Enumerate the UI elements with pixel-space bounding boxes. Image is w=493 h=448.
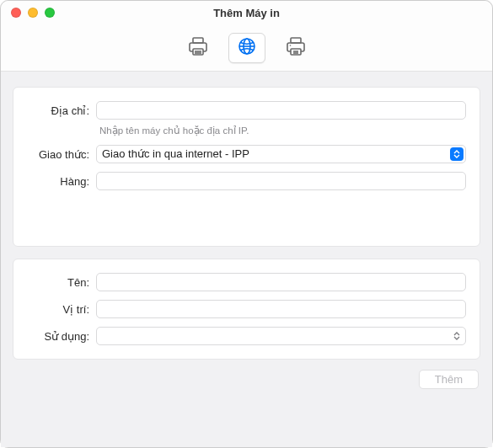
svg-point-13 [289, 45, 291, 46]
tab-ip[interactable] [228, 33, 265, 63]
protocol-label: Giao thức: [24, 148, 96, 161]
traffic-lights [1, 8, 55, 18]
protocol-row: Giao thức: Giao thức in qua internet - I… [24, 145, 466, 163]
name-input[interactable] [96, 273, 466, 291]
globe-icon [237, 36, 257, 60]
queue-input[interactable] [96, 172, 466, 190]
svg-rect-8 [291, 38, 301, 43]
close-button[interactable] [11, 8, 21, 18]
address-row: Địa chỉ: [24, 101, 466, 120]
use-select[interactable] [96, 327, 466, 345]
location-label: Vị trí: [24, 303, 96, 316]
window-title: Thêm Máy in [1, 7, 492, 19]
queue-row: Hàng: [24, 172, 466, 190]
queue-label: Hàng: [24, 175, 96, 188]
name-row: Tên: [24, 273, 466, 291]
tab-default[interactable] [180, 33, 217, 63]
printer-icon [187, 36, 209, 60]
address-hint: Nhập tên máy chủ hoặc địa chỉ IP. [96, 125, 249, 136]
content-area: Địa chỉ: Nhập tên máy chủ hoặc địa chỉ I… [1, 72, 492, 447]
svg-rect-0 [193, 38, 203, 43]
maximize-button[interactable] [45, 8, 55, 18]
address-label: Địa chỉ: [24, 104, 96, 117]
toolbar [1, 24, 492, 72]
minimize-button[interactable] [28, 8, 38, 18]
use-label: Sử dụng: [24, 330, 96, 343]
footer: Thêm [13, 360, 480, 389]
protocol-select-wrap[interactable]: Giao thức in qua internet - IPP [96, 145, 466, 163]
address-hint-row: Nhập tên máy chủ hoặc địa chỉ IP. [24, 125, 466, 136]
printer-advanced-icon [285, 36, 307, 60]
location-row: Vị trí: [24, 300, 466, 318]
tab-windows[interactable] [277, 33, 314, 63]
name-label: Tên: [24, 276, 96, 289]
use-row: Sử dụng: [24, 327, 466, 345]
location-input[interactable] [96, 300, 466, 318]
connection-panel: Địa chỉ: Nhập tên máy chủ hoặc địa chỉ I… [13, 87, 480, 247]
add-printer-window: Thêm Máy in [0, 0, 493, 448]
add-button[interactable]: Thêm [419, 370, 479, 389]
protocol-select[interactable]: Giao thức in qua internet - IPP [96, 145, 466, 163]
use-select-wrap[interactable] [96, 327, 466, 345]
address-input[interactable] [96, 101, 466, 120]
titlebar: Thêm Máy in [1, 1, 492, 24]
printer-info-panel: Tên: Vị trí: Sử dụng: [13, 259, 480, 360]
